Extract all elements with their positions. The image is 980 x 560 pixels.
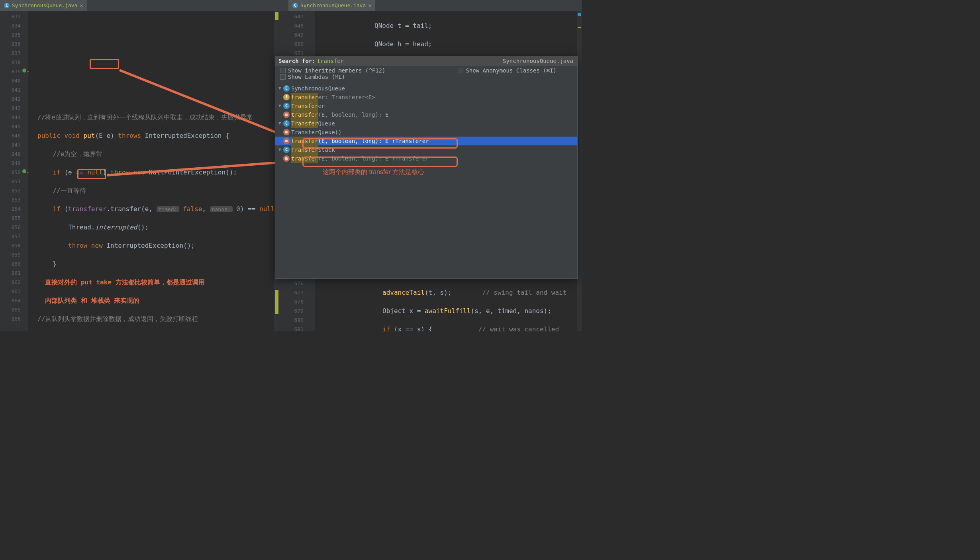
class-icon: C: [283, 147, 290, 153]
annotation-text-core: 这两个内部类的 transfer 方法是核心: [323, 168, 424, 176]
popup-options: Show inherited members (^F12) Show Anony…: [275, 66, 577, 82]
checkbox-icon[interactable]: [280, 68, 286, 73]
structure-tree[interactable]: ▼C SynchronousQueue f transferer: Transf…: [275, 82, 577, 165]
popup-title: SynchronousQueue.java: [503, 58, 573, 64]
checkbox-icon[interactable]: [280, 74, 286, 80]
annotation-box-transfer-s: [302, 157, 458, 167]
left-tabbar: C SynchronousQueue.java ×: [0, 0, 279, 11]
field-icon: f: [283, 94, 290, 100]
method-icon: m: [283, 138, 290, 144]
class-icon: C: [283, 85, 290, 92]
annotation-box-transfer-q: [302, 138, 458, 149]
tab-label: SynchronousQueue.java: [300, 2, 366, 8]
annotation-box-put: [90, 59, 119, 69]
left-editor[interactable]: 833834835836837838839↑840841842843844845…: [0, 11, 279, 331]
chevron-down-icon[interactable]: ▼: [278, 102, 283, 110]
left-code[interactable]: //将e放进队列，直到有另外一个线程从队列中取走，成功结束，失败抛异常 publ…: [37, 12, 273, 331]
method-icon: m: [283, 129, 290, 135]
annotation-text: 直接对外的 put take 方法都比较简单，都是通过调用: [45, 278, 204, 286]
code-line: QNode h = head;: [374, 40, 432, 48]
search-label: Search for:: [278, 58, 316, 64]
comment: //一直等待: [53, 187, 86, 194]
comment: //e为空，抛异常: [53, 150, 103, 158]
java-class-icon: C: [292, 3, 298, 8]
comment: // swing tail and wait: [482, 289, 566, 296]
method-icon: m: [283, 112, 290, 118]
left-gutter: 833834835836837838839↑840841842843844845…: [0, 11, 28, 331]
chevron-down-icon[interactable]: ▼: [278, 84, 283, 93]
close-icon[interactable]: ×: [368, 2, 371, 8]
tree-node-field[interactable]: f transferer: Transferer<E>: [275, 93, 577, 102]
left-editor-pane: C SynchronousQueue.java × 83383483583683…: [0, 0, 279, 331]
right-tab[interactable]: C SynchronousQueue.java ×: [288, 0, 375, 11]
comment: //将e放进队列，直到有另外一个线程从队列中取走，成功结束，失败抛异常: [37, 114, 253, 121]
file-structure-popup[interactable]: Search for: transfer SynchronousQueue.ja…: [275, 56, 578, 279]
class-icon: C: [283, 120, 290, 127]
close-icon[interactable]: ×: [80, 2, 83, 8]
option-inherited[interactable]: Show inherited members (^F12): [280, 67, 385, 74]
java-class-icon: C: [4, 3, 10, 8]
chevron-down-icon[interactable]: ▼: [278, 119, 283, 128]
tree-node-class[interactable]: ▼C SynchronousQueue: [275, 84, 577, 93]
tree-node-method[interactable]: m transfer(E, boolean, long): E: [275, 110, 577, 119]
tree-node-class[interactable]: ▼C TransferQueue: [275, 119, 577, 128]
comment: // wait was cancelled: [478, 325, 559, 331]
option-lambdas[interactable]: Show Lambdas (⌘L): [280, 74, 345, 80]
right-gutter-bottom: 676677678679680681: [279, 278, 315, 331]
annotation-box-take: [77, 169, 106, 179]
chevron-down-icon[interactable]: ▼: [278, 145, 283, 154]
tree-node-method[interactable]: m TransferQueue(): [275, 128, 577, 137]
param-hint: nanos:: [210, 206, 233, 212]
annotation-text: 内部队列类 和 堆栈类 来实现的: [45, 297, 139, 304]
popup-header: Search for: transfer SynchronousQueue.ja…: [275, 56, 577, 66]
class-icon: C: [283, 103, 290, 109]
checkbox-icon[interactable]: [458, 68, 463, 73]
comment: //从队列头拿数据并删除数据，成功返回，失败打断线程: [37, 315, 198, 323]
right-code-bottom[interactable]: advanceTail(t, s); // swing tail and wai…: [327, 279, 576, 331]
code-line: QNode t = tail;: [374, 22, 432, 29]
param-hint: timed:: [157, 206, 179, 212]
tab-label: SynchronousQueue.java: [12, 2, 77, 8]
left-tab[interactable]: C SynchronousQueue.java ×: [0, 0, 87, 11]
method-icon: m: [283, 155, 290, 162]
tree-node-class[interactable]: ▼C Transferer: [275, 102, 577, 110]
search-input[interactable]: transfer: [317, 58, 344, 64]
option-anonymous[interactable]: Show Anonymous Classes (⌘I): [458, 67, 557, 74]
right-tabbar: C SynchronousQueue.java ×: [279, 0, 582, 11]
